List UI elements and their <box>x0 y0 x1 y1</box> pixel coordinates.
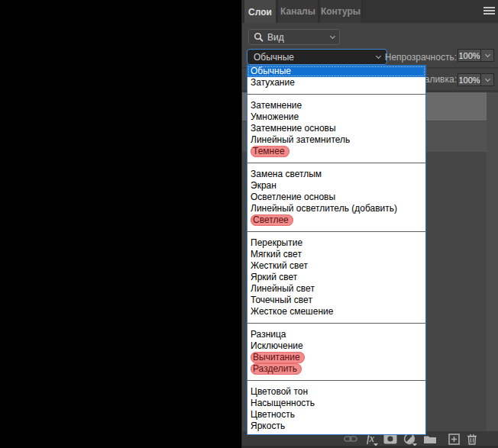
menu-separator <box>247 89 425 100</box>
blend-mode-option[interactable]: Цветность <box>247 409 425 421</box>
blend-mode-option[interactable]: Яркий свет <box>247 272 425 283</box>
tab-layers[interactable]: Слои <box>244 0 276 24</box>
filter-type-label: Вид <box>267 32 331 43</box>
tab-channels[interactable]: Каналы <box>277 0 319 23</box>
panel-tab-bar: Слои Каналы Контуры <box>242 0 498 23</box>
annotation-highlight: Вычитание <box>251 352 305 363</box>
blend-mode-option[interactable]: Светлее <box>247 214 425 226</box>
annotation-highlight: Темнее <box>251 146 289 157</box>
blend-mode-select[interactable]: Обычные <box>247 49 387 65</box>
blend-mode-option[interactable]: Жесткий свет <box>247 260 425 272</box>
blend-mode-option[interactable]: Темнее <box>247 146 425 157</box>
chevron-down-icon <box>376 53 381 59</box>
blend-mode-option[interactable]: Цветовой тон <box>247 386 425 398</box>
blend-mode-option[interactable]: Мягкий свет <box>247 249 425 260</box>
scrollbar-gutter[interactable] <box>487 92 498 433</box>
menu-separator <box>247 157 425 169</box>
blend-mode-option[interactable]: Умножение <box>247 111 425 123</box>
blend-mode-option[interactable]: Обычные <box>247 66 425 77</box>
blend-mode-option[interactable]: Затухание <box>247 77 425 89</box>
new-layer-icon[interactable] <box>446 433 461 445</box>
blend-mode-option[interactable]: Вычитание <box>247 352 425 363</box>
chevron-down-icon <box>330 34 335 39</box>
blend-mode-option[interactable]: Разница <box>247 329 425 340</box>
blend-mode-option[interactable]: Линейный свет <box>247 283 425 295</box>
blend-mode-option[interactable]: Линейный затемнитель <box>247 134 425 146</box>
fill-dropdown-button[interactable] <box>481 73 494 86</box>
chevron-down-icon <box>484 76 490 82</box>
blend-mode-option[interactable]: Яркость <box>247 421 425 432</box>
panel-menu-icon[interactable] <box>483 7 495 16</box>
blend-mode-option[interactable]: Затемнение <box>247 100 425 111</box>
blend-mode-option[interactable]: Разделить <box>247 363 425 375</box>
photoshop-window: Слои Каналы Контуры Вид <box>0 0 498 448</box>
blend-mode-option[interactable]: Линейный осветлитель (добавить) <box>247 203 425 214</box>
blend-mode-option[interactable]: Экран <box>247 180 425 192</box>
menu-separator <box>247 317 425 329</box>
search-icon <box>254 32 264 42</box>
chevron-down-icon <box>484 52 490 57</box>
delete-layer-icon[interactable] <box>464 433 480 445</box>
opacity-field[interactable]: 100% <box>458 49 481 62</box>
blend-mode-option[interactable]: Жесткое смешение <box>247 306 425 317</box>
blend-mode-option[interactable]: Точечный свет <box>247 295 425 306</box>
opacity-dropdown-button[interactable] <box>481 49 494 62</box>
layers-panel: Слои Каналы Контуры Вид <box>241 0 498 448</box>
menu-separator <box>247 375 425 386</box>
menu-separator <box>247 226 425 237</box>
blend-mode-menu: ОбычныеЗатуханиеЗатемнениеУмножениеЗатем… <box>247 65 426 435</box>
fill-field[interactable]: 100% <box>458 73 481 86</box>
blend-mode-option[interactable]: Исключение <box>247 340 425 352</box>
blend-mode-option[interactable]: Осветление основы <box>247 192 425 203</box>
blend-mode-option[interactable]: Перекрытие <box>247 237 425 249</box>
annotation-highlight: Разделить <box>251 363 302 375</box>
filter-type-select[interactable]: Вид <box>248 29 340 45</box>
blend-mode-value: Обычные <box>254 52 377 63</box>
blend-mode-option[interactable]: Затемнение основы <box>247 123 425 134</box>
annotation-highlight: Светлее <box>251 214 293 226</box>
blend-mode-option[interactable]: Насыщенность <box>247 398 425 409</box>
layer-filter-row: Вид <box>242 23 498 47</box>
canvas-area <box>0 0 241 448</box>
tab-paths[interactable]: Контуры <box>319 0 362 23</box>
blend-mode-option[interactable]: Замена светлым <box>247 169 425 180</box>
